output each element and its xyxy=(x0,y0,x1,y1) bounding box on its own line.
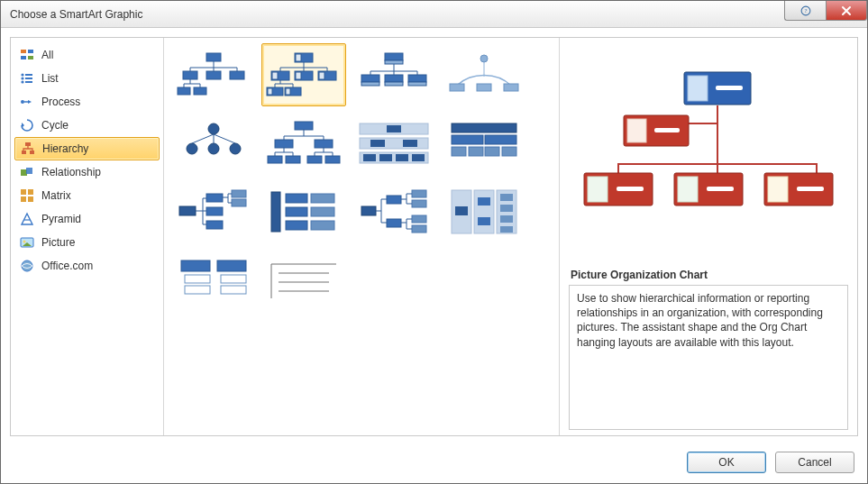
svg-rect-17 xyxy=(30,151,34,154)
svg-rect-120 xyxy=(185,275,210,283)
svg-rect-59 xyxy=(504,84,518,91)
svg-rect-107 xyxy=(412,225,426,233)
svg-rect-109 xyxy=(474,190,494,233)
svg-rect-72 xyxy=(360,138,428,149)
category-label: Process xyxy=(41,96,80,108)
category-item-officecom[interactable]: Office.com xyxy=(14,254,160,278)
svg-rect-143 xyxy=(797,187,824,191)
category-item-relationship[interactable]: Relationship xyxy=(14,160,160,184)
cancel-button[interactable]: Cancel xyxy=(775,452,854,473)
svg-rect-49 xyxy=(385,60,403,64)
picture-icon xyxy=(20,235,34,250)
svg-rect-64 xyxy=(295,122,313,130)
svg-rect-33 xyxy=(230,71,244,79)
process-icon xyxy=(20,95,34,109)
svg-rect-19 xyxy=(26,168,32,174)
svg-rect-3 xyxy=(28,50,33,53)
relationship-icon xyxy=(20,165,34,179)
svg-rect-81 xyxy=(452,123,516,132)
svg-rect-92 xyxy=(232,190,246,197)
svg-point-56 xyxy=(480,55,488,62)
svg-rect-22 xyxy=(21,196,26,202)
svg-text:?: ? xyxy=(804,7,807,14)
window-buttons: ? xyxy=(784,1,867,21)
cancel-label: Cancel xyxy=(798,456,831,469)
svg-rect-99 xyxy=(311,207,334,216)
svg-rect-48 xyxy=(385,53,403,60)
svg-rect-79 xyxy=(396,154,408,161)
svg-rect-57 xyxy=(450,84,464,91)
svg-rect-101 xyxy=(361,206,376,215)
category-item-list[interactable]: List xyxy=(14,67,160,90)
svg-rect-2 xyxy=(21,50,26,53)
svg-rect-130 xyxy=(688,76,708,101)
svg-rect-113 xyxy=(478,217,490,225)
svg-rect-89 xyxy=(206,194,223,202)
layout-name-title-org-chart[interactable] xyxy=(352,43,436,106)
layout-table-hierarchy[interactable] xyxy=(442,112,526,175)
svg-rect-136 xyxy=(588,177,608,202)
svg-rect-65 xyxy=(275,140,293,148)
svg-rect-32 xyxy=(206,71,221,79)
category-item-cycle[interactable]: Cycle xyxy=(14,114,160,137)
svg-rect-115 xyxy=(500,205,513,212)
category-item-matrix[interactable]: Matrix xyxy=(14,184,160,207)
svg-rect-53 xyxy=(385,82,403,86)
ok-button[interactable]: OK xyxy=(687,452,766,473)
svg-rect-69 xyxy=(307,156,322,163)
layout-horizontal-multi-level-hierarchy[interactable] xyxy=(261,180,346,243)
svg-rect-105 xyxy=(412,200,426,207)
svg-rect-86 xyxy=(485,147,499,156)
svg-rect-96 xyxy=(286,207,307,216)
close-button[interactable] xyxy=(826,1,867,21)
svg-rect-95 xyxy=(286,194,307,203)
svg-rect-142 xyxy=(768,177,788,202)
svg-rect-97 xyxy=(286,221,307,230)
svg-rect-67 xyxy=(268,156,282,163)
dialog-footer: OK Cancel xyxy=(1,442,867,483)
layout-organization-chart[interactable] xyxy=(171,43,256,106)
svg-rect-112 xyxy=(478,197,490,205)
svg-rect-82 xyxy=(452,135,483,144)
svg-rect-20 xyxy=(21,189,26,195)
svg-rect-47 xyxy=(286,88,290,95)
svg-rect-35 xyxy=(194,87,206,95)
layout-hierarchy[interactable] xyxy=(261,112,346,175)
layout-horizontal-hierarchy[interactable] xyxy=(352,180,436,243)
svg-rect-30 xyxy=(206,53,221,61)
svg-rect-80 xyxy=(412,154,425,161)
layout-labeled-hierarchy[interactable] xyxy=(352,112,436,175)
category-item-pyramid[interactable]: Pyramid xyxy=(14,207,160,231)
layout-half-circle-org-chart[interactable] xyxy=(442,43,526,106)
category-item-picture[interactable]: Picture xyxy=(14,231,160,254)
svg-rect-39 xyxy=(272,72,278,79)
svg-point-27 xyxy=(23,241,26,243)
svg-rect-7 xyxy=(25,74,32,76)
help-button[interactable]: ? xyxy=(784,1,826,21)
svg-rect-111 xyxy=(455,206,468,215)
svg-rect-87 xyxy=(502,147,516,156)
svg-rect-55 xyxy=(408,82,426,86)
layout-circle-picture-hierarchy[interactable] xyxy=(171,112,256,175)
window-title: Choose a SmartArt Graphic xyxy=(10,8,142,21)
svg-rect-58 xyxy=(477,84,491,91)
layout-horizontal-org-chart[interactable] xyxy=(171,180,256,243)
layout-picture-organization-chart[interactable] xyxy=(261,43,346,106)
svg-rect-5 xyxy=(28,56,33,59)
category-item-all[interactable]: All xyxy=(14,43,160,67)
svg-rect-103 xyxy=(387,219,401,227)
svg-rect-106 xyxy=(412,215,426,223)
svg-rect-50 xyxy=(361,75,379,82)
category-label: Hierarchy xyxy=(42,142,88,155)
layout-hierarchy-list[interactable] xyxy=(171,249,256,312)
svg-rect-88 xyxy=(179,206,196,215)
cycle-icon xyxy=(20,118,34,132)
list-icon xyxy=(20,71,34,86)
category-item-hierarchy[interactable]: Hierarchy xyxy=(14,137,160,160)
layout-horizontal-labeled-hierarchy[interactable] xyxy=(442,180,526,243)
svg-rect-11 xyxy=(25,81,32,83)
svg-rect-122 xyxy=(221,275,246,283)
layout-lined-list[interactable] xyxy=(261,249,346,312)
svg-rect-52 xyxy=(385,75,403,82)
category-item-process[interactable]: Process xyxy=(14,90,160,114)
